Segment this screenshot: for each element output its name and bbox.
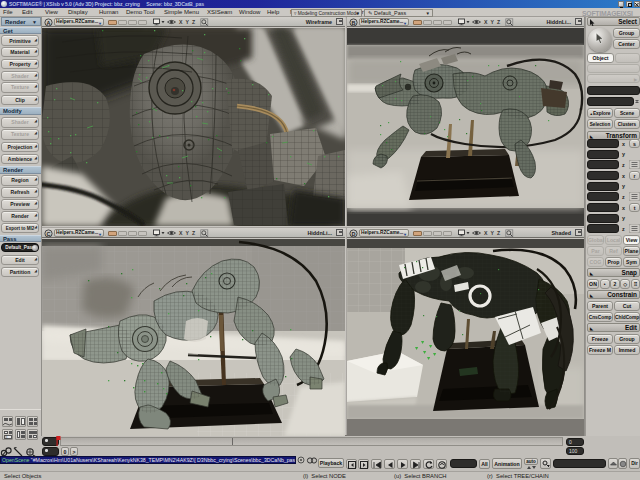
svg-text:C: C	[47, 231, 51, 237]
svg-text:B: B	[352, 20, 356, 26]
svg-text:A: A	[47, 20, 51, 26]
svg-text:D: D	[352, 231, 356, 237]
